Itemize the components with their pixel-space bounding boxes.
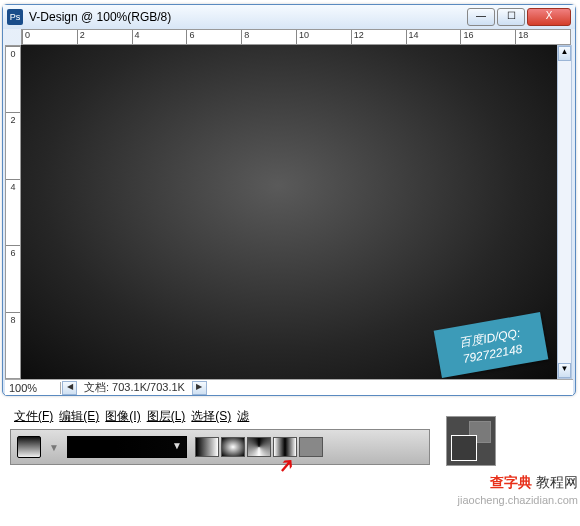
menu-filter[interactable]: 滤 bbox=[237, 408, 249, 426]
scrollbar-vertical[interactable]: ▲ ▼ bbox=[557, 45, 572, 379]
site-url: jiaocheng.chazidian.com bbox=[458, 494, 578, 506]
menu-file[interactable]: 文件(F) bbox=[14, 408, 53, 426]
gradient-picker[interactable] bbox=[67, 436, 187, 458]
ruler-tick: 0 bbox=[6, 46, 20, 112]
ruler-tick: 0 bbox=[22, 30, 77, 44]
gradient-angle-button[interactable] bbox=[247, 437, 271, 457]
ruler-tick: 18 bbox=[515, 30, 570, 44]
ruler-tick: 12 bbox=[351, 30, 406, 44]
gradient-diamond-button[interactable] bbox=[299, 437, 323, 457]
gradient-radial-button[interactable] bbox=[221, 437, 245, 457]
ruler-vertical[interactable]: 0 2 4 6 8 bbox=[5, 45, 21, 379]
document-info: 文档: 703.1K/703.1K bbox=[78, 380, 191, 395]
watermark-sticker: 百度ID/QQ: 792722148 bbox=[434, 312, 549, 378]
window-title: V-Design @ 100%(RGB/8) bbox=[29, 10, 467, 24]
ruler-tick: 2 bbox=[77, 30, 132, 44]
menu-select[interactable]: 选择(S) bbox=[191, 408, 231, 426]
tool-preset-button[interactable] bbox=[17, 436, 41, 458]
document-canvas[interactable]: 百度ID/QQ: 792722148 bbox=[21, 45, 557, 379]
foreground-swatch[interactable] bbox=[451, 435, 477, 461]
menu-image[interactable]: 图像(I) bbox=[105, 408, 140, 426]
ruler-tick: 8 bbox=[241, 30, 296, 44]
maximize-button[interactable]: ☐ bbox=[497, 8, 525, 26]
close-button[interactable]: X bbox=[527, 8, 571, 26]
ruler-tick: 10 bbox=[296, 30, 351, 44]
ruler-horizontal[interactable]: 0 2 4 6 8 10 12 14 16 18 bbox=[21, 29, 571, 45]
status-bar: 100% ◀ 文档: 703.1K/703.1K ▶ bbox=[5, 379, 573, 395]
titlebar[interactable]: Ps V-Design @ 100%(RGB/8) — ☐ X bbox=[3, 5, 575, 29]
site-suffix: 教程网 bbox=[532, 474, 578, 490]
ruler-tick: 16 bbox=[460, 30, 515, 44]
gradient-options-bar: ▼ bbox=[10, 429, 430, 465]
site-brand: 查字典 bbox=[490, 474, 532, 490]
ruler-tick: 6 bbox=[186, 30, 241, 44]
toolbar-crop: 文件(F) 编辑(E) 图像(I) 图层(L) 选择(S) 滤 ▼ bbox=[10, 408, 430, 470]
scroll-left-button[interactable]: ◀ bbox=[62, 381, 77, 395]
app-window: Ps V-Design @ 100%(RGB/8) — ☐ X 0 2 4 6 … bbox=[2, 4, 576, 396]
scroll-up-button[interactable]: ▲ bbox=[558, 46, 571, 61]
ruler-tick: 4 bbox=[132, 30, 187, 44]
app-icon: Ps bbox=[7, 9, 23, 25]
menu-layer[interactable]: 图层(L) bbox=[147, 408, 186, 426]
color-swatches-panel bbox=[446, 416, 496, 466]
scroll-down-button[interactable]: ▼ bbox=[558, 363, 571, 378]
scroll-right-button[interactable]: ▶ bbox=[192, 381, 207, 395]
site-caption: 查字典 教程网 bbox=[490, 474, 578, 492]
minimize-button[interactable]: — bbox=[467, 8, 495, 26]
gradient-linear-button[interactable] bbox=[195, 437, 219, 457]
ruler-tick: 4 bbox=[6, 179, 20, 245]
gradient-type-group bbox=[195, 437, 323, 457]
menu-bar: 文件(F) 编辑(E) 图像(I) 图层(L) 选择(S) 滤 bbox=[10, 408, 430, 426]
ruler-tick: 8 bbox=[6, 312, 20, 378]
ruler-tick: 14 bbox=[406, 30, 461, 44]
canvas-viewport[interactable]: 百度ID/QQ: 792722148 bbox=[21, 45, 557, 379]
window-controls: — ☐ X bbox=[467, 8, 571, 26]
ruler-tick: 2 bbox=[6, 112, 20, 178]
zoom-field[interactable]: 100% bbox=[5, 382, 61, 394]
ruler-tick: 6 bbox=[6, 245, 20, 311]
menu-edit[interactable]: 编辑(E) bbox=[59, 408, 99, 426]
